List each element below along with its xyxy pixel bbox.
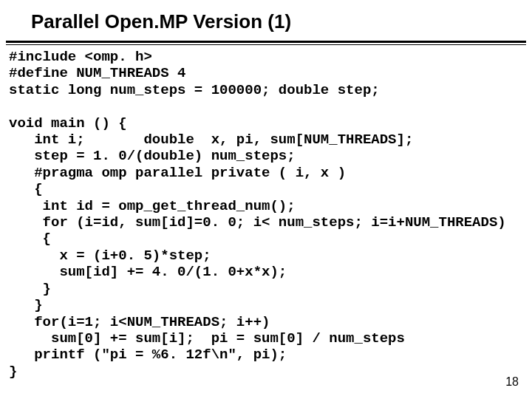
page-number: 18 — [505, 375, 519, 389]
code-block: #include <omp. h> #define NUM_THREADS 4 … — [9, 49, 523, 380]
title-rule-thin — [6, 44, 526, 45]
slide-title: Parallel Open.MP Version (1) — [31, 10, 291, 33]
slide: Parallel Open.MP Version (1) #include <o… — [0, 0, 532, 399]
title-rule-thick — [6, 41, 526, 43]
